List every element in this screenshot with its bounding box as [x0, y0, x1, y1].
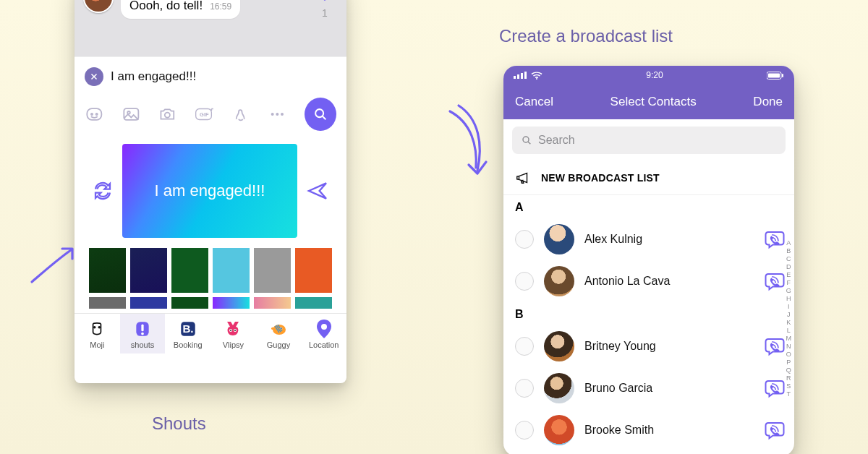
contact-avatar [544, 331, 574, 361]
message-bubble[interactable]: Nicki Oooh, do tell! 16:59 [121, 0, 240, 19]
contact-name: Brooke Smith [584, 424, 754, 437]
gallery-icon[interactable] [122, 104, 141, 124]
background-swatch[interactable] [130, 248, 167, 293]
svg-point-2 [96, 113, 98, 115]
svg-point-8 [271, 113, 274, 116]
chat-message-row: Nicki Oooh, do tell! 16:59 [83, 0, 338, 19]
index-letter[interactable]: L [786, 327, 792, 335]
index-letter[interactable]: O [786, 351, 792, 359]
select-radio[interactable] [515, 421, 534, 440]
arrow-decoration-right [444, 101, 495, 188]
background-swatch-row [85, 248, 336, 293]
index-letter[interactable]: R [786, 374, 792, 382]
index-letter[interactable]: S [786, 382, 792, 390]
extension-tab-shouts[interactable]: shouts [120, 314, 166, 354]
contact-avatar [544, 266, 574, 296]
index-letter[interactable]: M [786, 335, 792, 343]
arrow-decoration-left [27, 243, 80, 286]
background-swatch[interactable] [295, 248, 332, 293]
done-button[interactable]: Done [753, 95, 783, 109]
contact-row[interactable]: Brooke Smith [503, 409, 794, 451]
shouts-phone: Nicki Oooh, do tell! 16:59 1 I am engage… [75, 0, 346, 383]
background-swatch[interactable] [254, 297, 291, 309]
background-swatch[interactable] [89, 297, 126, 309]
index-letter[interactable]: C [786, 255, 792, 263]
contact-avatar [544, 415, 574, 445]
background-swatch[interactable] [89, 248, 126, 293]
extension-tab-icon [256, 320, 302, 338]
index-letter[interactable]: J [786, 311, 792, 319]
select-radio[interactable] [515, 379, 534, 398]
chat-area: Nicki Oooh, do tell! 16:59 1 [75, 0, 346, 56]
search-icon [521, 134, 532, 146]
svg-point-10 [281, 113, 284, 116]
index-letter[interactable]: H [786, 295, 792, 303]
index-letter[interactable]: F [786, 279, 792, 287]
cancel-button[interactable]: Cancel [515, 95, 553, 109]
index-letter[interactable]: T [786, 390, 792, 398]
camera-icon[interactable] [158, 104, 177, 124]
select-radio[interactable] [515, 230, 534, 249]
index-letter[interactable]: Q [786, 367, 792, 374]
index-letter[interactable]: K [786, 319, 792, 327]
contact-row[interactable]: Britney Young [503, 325, 794, 367]
background-swatch[interactable] [171, 248, 208, 293]
gif-icon[interactable]: GIF [195, 104, 214, 124]
index-letter[interactable]: A [786, 239, 792, 247]
background-swatch[interactable] [295, 297, 332, 309]
select-radio[interactable] [515, 272, 534, 291]
nav-bar: Cancel Select Contacts Done [503, 85, 794, 119]
index-letter[interactable]: D [786, 263, 792, 271]
search-button[interactable] [305, 98, 336, 131]
shuffle-background-button[interactable] [92, 180, 114, 202]
viber-icon [764, 335, 786, 357]
contact-row[interactable]: Antonio La Cava [503, 260, 794, 302]
nav-title: Select Contacts [610, 95, 697, 109]
background-swatch[interactable] [130, 297, 167, 309]
extension-tab-vlipsy[interactable]: Vlipsy [210, 314, 256, 354]
index-letter[interactable]: E [786, 271, 792, 279]
svg-point-1 [91, 113, 93, 115]
new-broadcast-list-button[interactable]: NEW BROADCAST LIST [503, 161, 794, 195]
index-letter[interactable]: B [786, 247, 792, 255]
index-letter[interactable]: G [786, 287, 792, 295]
contact-row[interactable]: Alex Kulnig [503, 218, 794, 260]
index-letter[interactable]: P [786, 359, 792, 367]
search-input[interactable]: Search [512, 127, 786, 154]
extension-tab-location[interactable]: Location [301, 314, 346, 354]
doodle-icon[interactable] [231, 104, 251, 124]
svg-rect-34 [782, 74, 783, 77]
extension-tab-guggy[interactable]: Guggy [256, 314, 302, 354]
sender-avatar[interactable] [83, 0, 114, 13]
section-header: A [503, 195, 794, 218]
contact-row[interactable]: Bruno Garcia [503, 367, 794, 409]
index-letter[interactable]: I [786, 303, 792, 311]
shout-preview-text: I am engaged!!! [155, 181, 265, 200]
extension-tab-label: shouts [120, 340, 166, 349]
background-swatch[interactable] [213, 248, 250, 293]
background-swatch[interactable] [254, 248, 291, 293]
svg-point-21 [230, 330, 231, 331]
select-radio[interactable] [515, 337, 534, 356]
contacts-list[interactable]: A Alex Kulnig Antonio La Cava B Britney … [503, 195, 794, 451]
background-swatch[interactable] [213, 297, 250, 309]
contact-name: Alex Kulnig [584, 233, 754, 246]
clear-input-button[interactable] [85, 67, 103, 86]
extension-tab-moji[interactable]: Moji [75, 314, 120, 354]
reaction-button[interactable]: 1 [316, 0, 333, 19]
extension-tab-icon [301, 320, 346, 338]
svg-text:GIF: GIF [200, 111, 209, 118]
shout-preview-card[interactable]: I am engaged!!! [122, 144, 297, 238]
composer-text[interactable]: I am engaged!!! [111, 69, 336, 84]
svg-text:B.: B. [182, 322, 193, 335]
extension-tab-label: Location [301, 340, 346, 349]
background-swatch[interactable] [171, 297, 208, 309]
message-text: Oooh, do tell! [129, 0, 203, 13]
alphabet-index[interactable]: ABCDEFGHIJKLMNOPQRST [786, 239, 792, 398]
index-letter[interactable]: N [786, 343, 792, 351]
svg-rect-29 [521, 73, 523, 79]
send-button[interactable] [306, 179, 329, 202]
extension-tab-booking[interactable]: B.Booking [165, 314, 210, 354]
more-icon[interactable] [268, 104, 287, 124]
sticker-icon[interactable] [85, 104, 104, 124]
